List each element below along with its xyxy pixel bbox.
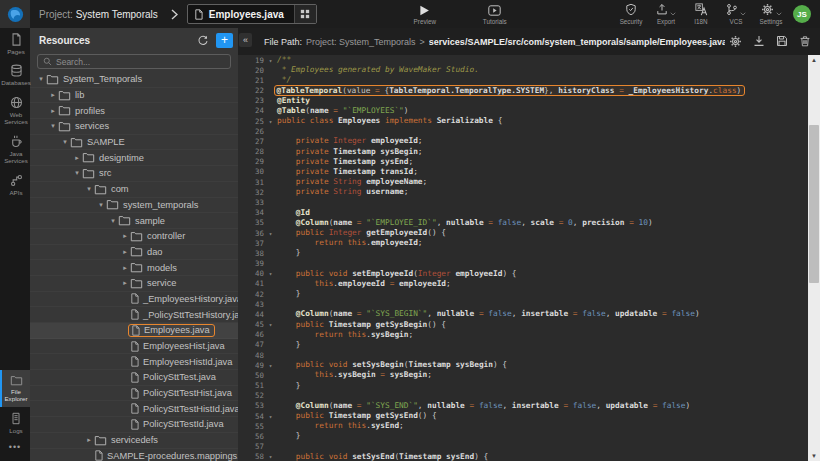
code-line[interactable]: 33 bbox=[238, 197, 808, 207]
code-line[interactable]: 41 this.employeeId = employeeId; bbox=[238, 279, 808, 289]
code-line[interactable]: 30 private Timestamp transId; bbox=[238, 167, 808, 177]
sidebar-item-java-services[interactable]: Java Services bbox=[0, 130, 30, 169]
export-button[interactable]: Export bbox=[654, 4, 678, 25]
tree-toggle-icon[interactable]: ▸ bbox=[120, 232, 130, 240]
download-file-button[interactable] bbox=[753, 35, 765, 48]
sidebar-item-logs[interactable]: Logs bbox=[0, 407, 30, 438]
code-line[interactable]: 54▾ public Timestamp getSysEnd() { bbox=[238, 411, 808, 421]
tutorials-button[interactable]: Tutorials bbox=[483, 4, 507, 25]
fold-toggle-icon[interactable]: ▾ bbox=[264, 453, 277, 460]
tree-item-system-temporals[interactable]: ▾System_Temporals bbox=[30, 72, 238, 88]
tree-item-sample[interactable]: ▾sample bbox=[30, 213, 238, 229]
tree-toggle-icon[interactable]: ▸ bbox=[120, 264, 130, 272]
tree-item-policystttesthist-java[interactable]: PolicySttTestHist.java bbox=[30, 386, 238, 402]
scroll-up-icon[interactable]: ▲ bbox=[808, 55, 820, 65]
code-line[interactable]: 46 return this.sysBegin; bbox=[238, 330, 808, 340]
tree-item-service[interactable]: ▸service bbox=[30, 276, 238, 292]
code-line[interactable]: 51 } bbox=[238, 381, 808, 391]
delete-file-button[interactable] bbox=[799, 35, 811, 48]
tree-item-sample-procedures-mappings-json[interactable]: SAMPLE-procedures.mappings.json bbox=[30, 449, 238, 461]
sidebar-item-file-explorer[interactable]: File Explorer bbox=[0, 370, 30, 407]
code-line[interactable]: 39 bbox=[238, 258, 808, 268]
tree-toggle-icon[interactable]: ▾ bbox=[108, 217, 118, 225]
code-line[interactable]: 57 bbox=[238, 442, 808, 452]
file-settings-button[interactable] bbox=[729, 35, 742, 48]
add-resource-button[interactable]: + bbox=[216, 33, 233, 48]
code-line[interactable]: 44 @Column(name = "`SYS_BEGIN`", nullabl… bbox=[238, 309, 808, 319]
code-line[interactable]: 45▾ public Timestamp getSysBegin() { bbox=[238, 319, 808, 329]
code-line[interactable]: 52 bbox=[238, 391, 808, 401]
code-line[interactable]: 38 } bbox=[238, 248, 808, 258]
tree-toggle-icon[interactable]: ▾ bbox=[48, 122, 58, 130]
tree-item-policystttest-java[interactable]: PolicySttTest.java bbox=[30, 370, 238, 386]
search-input[interactable]: Search... bbox=[37, 54, 231, 69]
security-button[interactable]: Security bbox=[619, 4, 643, 25]
tree-toggle-icon[interactable]: ▾ bbox=[36, 75, 46, 83]
fold-toggle-icon[interactable]: ▾ bbox=[264, 321, 277, 328]
code-line[interactable]: 32 private String username; bbox=[238, 187, 808, 197]
code-line[interactable]: 20 * Employees generated by WaveMaker St… bbox=[238, 65, 808, 75]
code-line[interactable]: 35 @Column(name = "`EMPLOYEE_ID`", nulla… bbox=[238, 218, 808, 228]
code-line[interactable]: 29 private Timestamp sysEnd; bbox=[238, 157, 808, 167]
code-line[interactable]: 56 } bbox=[238, 431, 808, 441]
code-line[interactable]: 31 private String employeeName; bbox=[238, 177, 808, 187]
scrollbar-thumb[interactable] bbox=[809, 125, 819, 283]
wavemaker-logo-icon[interactable] bbox=[0, 0, 30, 28]
tab-employees-java[interactable]: Employees.java bbox=[187, 4, 317, 24]
fold-toggle-icon[interactable]: ▾ bbox=[264, 57, 277, 64]
tree-item-com[interactable]: ▾com bbox=[30, 182, 238, 198]
scroll-down-icon[interactable]: ▼ bbox=[808, 451, 820, 461]
tree-toggle-icon[interactable]: ▸ bbox=[84, 436, 94, 444]
vcs-button[interactable]: VCS bbox=[724, 4, 748, 25]
code-line[interactable]: 48 bbox=[238, 350, 808, 360]
collapse-panel-button[interactable]: « bbox=[239, 33, 252, 47]
tree-item-employeeshistid-java[interactable]: EmployeesHistId.java bbox=[30, 354, 238, 370]
code-line[interactable]: 23@Entity bbox=[238, 96, 808, 106]
user-avatar[interactable]: JS bbox=[793, 5, 811, 23]
code-line[interactable]: 58▾ public void setSysEnd(Timestamp sysE… bbox=[238, 452, 808, 461]
refresh-icon[interactable] bbox=[197, 35, 208, 46]
fold-toggle-icon[interactable]: ▾ bbox=[264, 230, 277, 237]
tree-toggle-icon[interactable]: ▾ bbox=[96, 201, 106, 209]
settings-button[interactable]: Settings bbox=[759, 4, 783, 25]
tree-item-policystttestid-java[interactable]: PolicySttTestId.java bbox=[30, 417, 238, 433]
sidebar-item-databases[interactable]: Databases bbox=[0, 59, 30, 90]
code-line[interactable]: 28 private Timestamp sysBegin; bbox=[238, 147, 808, 157]
tree-item-employeeshist-java[interactable]: EmployeesHist.java bbox=[30, 339, 238, 355]
code-line[interactable]: 22@TableTemporal(value = {TableTemporal.… bbox=[238, 86, 808, 96]
code-line[interactable]: 24@Table(name = "`EMPLOYEES`") bbox=[238, 106, 808, 116]
tree-item-sample[interactable]: ▾SAMPLE bbox=[30, 135, 238, 151]
code-line[interactable]: 43 bbox=[238, 299, 808, 309]
tree-item-policystttesthistid-java[interactable]: PolicySttTestHistId.java bbox=[30, 401, 238, 417]
code-line[interactable]: 27 private Integer employeeId; bbox=[238, 136, 808, 146]
tree-toggle-icon[interactable]: ▸ bbox=[48, 107, 58, 115]
sidebar-item-pages[interactable]: Pages bbox=[0, 28, 30, 59]
tree-item-dao[interactable]: ▸dao bbox=[30, 245, 238, 261]
tree-toggle-icon[interactable]: ▾ bbox=[84, 185, 94, 193]
grid-icon[interactable] bbox=[294, 5, 316, 23]
i18n-button[interactable]: I18N bbox=[689, 4, 713, 25]
tree-item-models[interactable]: ▸models bbox=[30, 260, 238, 276]
save-file-button[interactable] bbox=[776, 35, 788, 48]
tree-item-system-temporals[interactable]: ▾system_temporals bbox=[30, 198, 238, 214]
tree-item-controller[interactable]: ▸controller bbox=[30, 229, 238, 245]
code-line[interactable]: 55 return this.sysEnd; bbox=[238, 421, 808, 431]
tree-item-src[interactable]: ▾src bbox=[30, 166, 238, 182]
code-line[interactable]: 25▾public class Employees implements Ser… bbox=[238, 116, 808, 126]
tree-item-designtime[interactable]: ▸designtime bbox=[30, 150, 238, 166]
tree-item-services[interactable]: ▾services bbox=[30, 119, 238, 135]
code-line[interactable]: 49▾ public void setSysBegin(Timestamp sy… bbox=[238, 360, 808, 370]
code-area[interactable]: 19▾/**20 * Employees generated by WaveMa… bbox=[238, 55, 808, 461]
tree-item-employees-java[interactable]: Employees.java bbox=[30, 323, 238, 339]
tree-toggle-icon[interactable]: ▾ bbox=[72, 169, 82, 177]
fold-toggle-icon[interactable]: ▾ bbox=[264, 118, 277, 125]
code-line[interactable]: 19▾/** bbox=[238, 55, 808, 65]
tree-item--employeeshistory-java[interactable]: _EmployeesHistory.java bbox=[30, 292, 238, 308]
tree-item-servicedefs[interactable]: ▸servicedefs bbox=[30, 433, 238, 449]
code-line[interactable]: 37 return this.employeeId; bbox=[238, 238, 808, 248]
tree-toggle-icon[interactable]: ▸ bbox=[120, 248, 130, 256]
tree-toggle-icon[interactable]: ▸ bbox=[48, 91, 58, 99]
preview-button[interactable]: Preview bbox=[413, 4, 437, 25]
fold-toggle-icon[interactable]: ▾ bbox=[264, 270, 277, 277]
code-line[interactable]: 26 bbox=[238, 126, 808, 136]
